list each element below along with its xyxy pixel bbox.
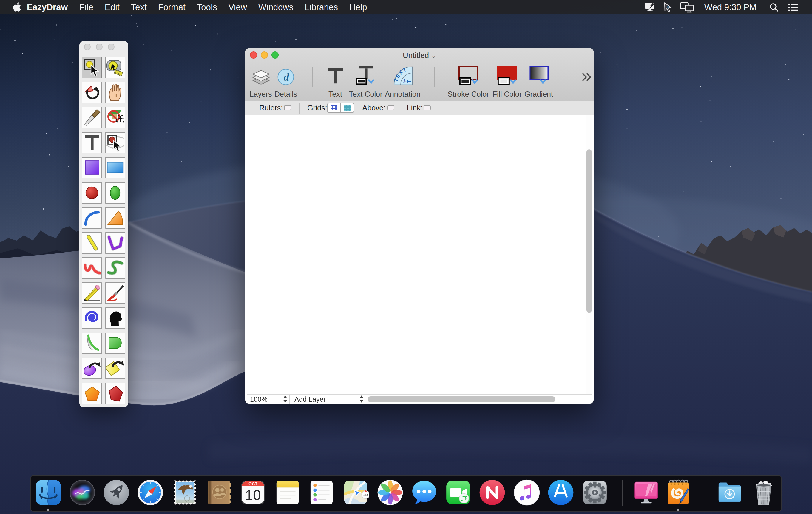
svg-text:OCT: OCT — [249, 482, 258, 487]
svg-text:3D: 3D — [364, 493, 368, 497]
svg-text:d: d — [284, 71, 289, 83]
svg-text:T: T — [406, 80, 412, 84]
svg-text:10: 10 — [245, 487, 261, 503]
